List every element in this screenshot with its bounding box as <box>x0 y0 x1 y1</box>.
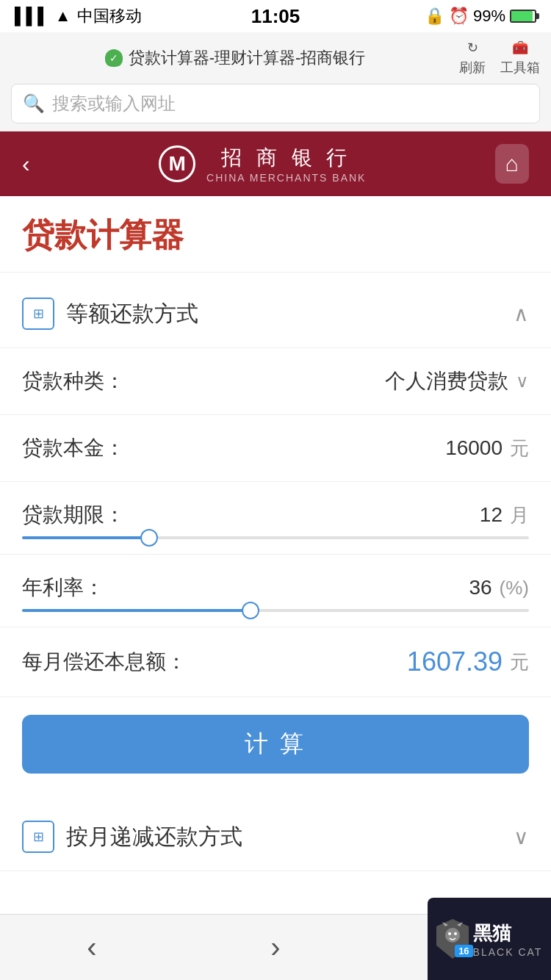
bottom-nav: ‹ › ≡ 16 黑猫 <box>0 914 551 980</box>
svg-point-1 <box>448 932 451 935</box>
principal-label: 贷款本金： <box>22 434 125 462</box>
bank-name-container: 招 商 银 行 CHINA MERCHANTS BANK <box>206 144 366 184</box>
section-monthly-decrease: ⊞ 按月递减还款方式 ∨ <box>0 803 551 871</box>
principal-row[interactable]: 贷款本金： 16000 元 <box>0 415 551 482</box>
monthly-payment-value-container: 1607.39 元 <box>407 646 529 677</box>
nav-back-button[interactable]: ‹ <box>22 151 30 178</box>
calculate-button[interactable]: 计 算 <box>22 715 529 774</box>
section-header-1[interactable]: ⊞ 等额还款方式 ∧ <box>0 280 551 348</box>
svg-point-0 <box>445 928 460 943</box>
carrier-text: 中国移动 <box>77 5 142 27</box>
search-icon: 🔍 <box>23 93 45 114</box>
search-bar-left: 🔍 搜索或输入网址 <box>23 92 528 115</box>
section-icon-2: ⊞ <box>22 821 54 853</box>
status-right: 🔒 ⏰ 99% <box>425 7 536 26</box>
principal-value: 16000 <box>445 436 503 460</box>
monthly-payment-label: 每月偿还本息额： <box>22 648 187 676</box>
section-title-2: 按月递减还款方式 <box>66 822 242 852</box>
interest-rate-row[interactable]: 年利率： 36 (%) <box>0 555 551 609</box>
search-placeholder-text: 搜索或输入网址 <box>52 92 176 115</box>
status-bar: ▌▌▌ ▲ 中国移动 11:05 🔒 ⏰ 99% <box>0 0 551 32</box>
cat-logo-area: 16 黑猫 BLACK CAT <box>436 919 543 959</box>
page-title: 贷款计算器 <box>22 214 529 257</box>
period-value-container: 12 月 <box>480 502 529 528</box>
section-header-left: ⊞ 等额还款方式 <box>22 298 198 330</box>
battery-text: 99% <box>473 7 505 26</box>
loan-type-value: 个人消费贷款 <box>385 367 508 395</box>
section-equal-payment: ⊞ 等额还款方式 ∧ 贷款种类： 个人消费贷款 ∨ 贷款本金： 16000 元 … <box>0 280 551 791</box>
principal-value-container: 16000 元 <box>445 436 529 461</box>
tab-bar: ✓ 贷款计算器-理财计算器-招商银行 ↻ 刷新 🧰 工具箱 <box>11 40 540 76</box>
signal-icon: ▌▌▌ <box>15 7 49 26</box>
toolbox-icon: 🧰 <box>512 40 528 56</box>
black-cat-watermark: 16 黑猫 BLACK CAT <box>428 898 551 980</box>
loan-type-value-container[interactable]: 个人消费贷款 ∨ <box>385 367 529 395</box>
loan-type-dropdown-icon[interactable]: ∨ <box>516 371 529 392</box>
calc-button-section: 计 算 <box>0 697 551 791</box>
period-unit: 月 <box>510 502 529 528</box>
period-label: 贷款期限： <box>22 501 125 529</box>
interest-rate-unit: (%) <box>500 577 529 599</box>
section-chevron-up-icon: ∧ <box>514 302 529 326</box>
browser-back-icon: ‹ <box>87 931 96 964</box>
home-icon: ⌂ <box>505 151 519 176</box>
refresh-label: 刷新 <box>459 59 486 76</box>
wifi-icon: ▲ <box>55 7 71 26</box>
interest-rate-slider-row[interactable] <box>0 609 551 627</box>
period-slider-row[interactable] <box>0 536 551 555</box>
principal-unit: 元 <box>510 436 529 461</box>
period-slider-fill <box>22 536 149 539</box>
section-icon-1: ⊞ <box>22 298 54 330</box>
period-slider-thumb[interactable] <box>140 529 158 547</box>
grid-icon: ⊞ <box>33 306 44 322</box>
cat-text-area: 黑猫 BLACK CAT <box>473 920 543 958</box>
cat-chinese-text: 黑猫 <box>473 920 543 946</box>
interest-rate-slider-thumb[interactable] <box>242 602 259 619</box>
browser-bar: ✓ 贷款计算器-理财计算器-招商银行 ↻ 刷新 🧰 工具箱 🔍 搜索或输入网址 <box>0 32 551 131</box>
section-title-1: 等额还款方式 <box>66 299 198 329</box>
browser-forward-icon: › <box>270 931 280 964</box>
loan-type-label: 贷款种类： <box>22 367 125 395</box>
interest-rate-slider-fill <box>22 609 251 612</box>
section-header-2[interactable]: ⊞ 按月递减还款方式 ∨ <box>0 803 551 871</box>
back-chevron-icon: ‹ <box>22 151 30 177</box>
svg-point-2 <box>454 932 457 935</box>
nav-home-button[interactable]: ⌂ <box>495 144 529 184</box>
refresh-button[interactable]: ↻ 刷新 <box>459 40 486 76</box>
page-title-section: 贷款计算器 <box>0 196 551 273</box>
browser-forward-button[interactable]: › <box>184 915 367 980</box>
bank-name-chinese: 招 商 银 行 <box>221 144 351 172</box>
battery-icon <box>510 10 536 23</box>
bank-navbar: ‹ M 招 商 银 行 CHINA MERCHANTS BANK ⌂ <box>0 131 551 196</box>
status-time: 11:05 <box>251 5 300 28</box>
browser-back-button[interactable]: ‹ <box>0 915 184 980</box>
security-shield-icon: ✓ <box>105 49 123 67</box>
grid-icon-2: ⊞ <box>33 829 44 845</box>
period-row[interactable]: 贷款期限： 12 月 <box>0 482 551 536</box>
lock-icon: 🔒 <box>425 7 444 26</box>
page-content: 贷款计算器 ⊞ 等额还款方式 ∧ 贷款种类： 个人消费贷款 ∨ 贷款本金： 16 <box>0 196 551 937</box>
section-header-2-left: ⊞ 按月递减还款方式 <box>22 821 242 853</box>
search-bar[interactable]: 🔍 搜索或输入网址 <box>11 84 540 123</box>
section-chevron-down-icon: ∨ <box>514 825 529 849</box>
toolbox-button[interactable]: 🧰 工具箱 <box>500 40 540 76</box>
interest-rate-value: 36 <box>469 576 491 599</box>
interest-rate-slider-track[interactable] <box>22 609 529 612</box>
tab-title: ✓ 贷款计算器-理财计算器-招商银行 <box>11 47 459 69</box>
bank-logo: M 招 商 银 行 CHINA MERCHANTS BANK <box>159 144 366 184</box>
bank-logo-m-icon: M <box>168 152 185 176</box>
cat-english-text: BLACK CAT <box>473 946 543 958</box>
loan-type-row[interactable]: 贷款种类： 个人消费贷款 ∨ <box>0 348 551 415</box>
refresh-icon: ↻ <box>467 40 478 56</box>
bank-name-english: CHINA MERCHANTS BANK <box>206 172 366 184</box>
bank-logo-circle: M <box>159 145 195 182</box>
browser-controls[interactable]: ↻ 刷新 🧰 工具箱 <box>459 40 540 76</box>
status-carrier: ▌▌▌ ▲ 中国移动 <box>15 5 142 27</box>
tab-title-text: 贷款计算器-理财计算器-招商银行 <box>129 47 366 69</box>
period-slider-track[interactable] <box>22 536 529 539</box>
alarm-icon: ⏰ <box>449 7 469 26</box>
monthly-payment-value: 1607.39 <box>407 646 503 677</box>
period-value: 12 <box>480 503 503 527</box>
cat-badge-number: 16 <box>455 945 472 957</box>
toolbox-label: 工具箱 <box>500 59 540 76</box>
